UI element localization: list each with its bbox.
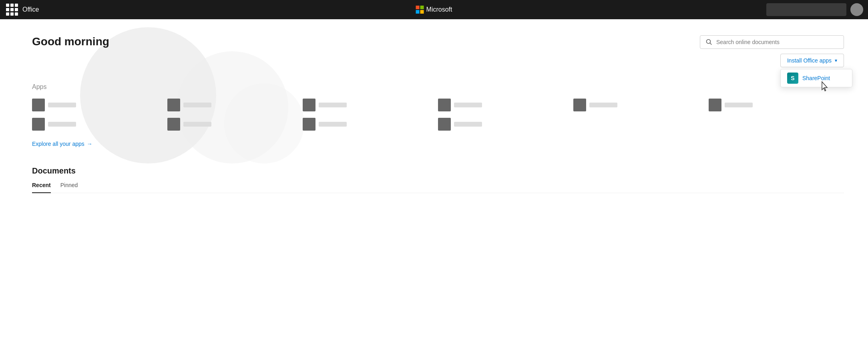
user-avatar[interactable] <box>850 3 863 16</box>
document-search-bar[interactable] <box>700 35 844 49</box>
explore-apps-label: Explore all your apps <box>32 141 84 147</box>
app-item[interactable] <box>32 99 167 111</box>
header-row: Good morning Install Office apps ▾ <box>32 35 844 67</box>
app-item[interactable] <box>438 118 573 131</box>
topbar: Office Microsoft <box>0 0 868 19</box>
topbar-right <box>766 3 863 16</box>
apps-section: Apps Explore all your apps → <box>32 83 844 166</box>
greeting-text: Good morning <box>32 35 109 48</box>
app-icon <box>573 99 586 111</box>
app-name-placeholder <box>319 103 347 107</box>
app-name-placeholder <box>183 103 211 107</box>
app-item[interactable] <box>438 99 573 111</box>
install-office-area: Install Office apps ▾ S SharePoint <box>780 54 844 67</box>
app-item[interactable] <box>32 118 167 131</box>
app-icon <box>709 99 721 111</box>
install-office-button[interactable]: Install Office apps ▾ <box>780 54 844 67</box>
app-name-placeholder <box>454 122 482 127</box>
content-wrapper: Good morning Install Office apps ▾ <box>32 35 844 193</box>
app-name-placeholder <box>183 122 211 127</box>
app-item[interactable] <box>167 99 303 111</box>
topbar-center: Microsoft <box>416 6 452 14</box>
waffle-button[interactable] <box>5 2 19 17</box>
explore-apps-link[interactable]: Explore all your apps → <box>32 141 92 147</box>
sharepoint-dropdown[interactable]: S SharePoint <box>780 69 852 87</box>
app-title: Office <box>22 6 39 13</box>
sharepoint-label: SharePoint <box>802 75 830 81</box>
svg-line-1 <box>710 43 712 45</box>
documents-title: Documents <box>32 166 844 176</box>
search-input[interactable] <box>716 39 838 45</box>
search-icon <box>706 39 712 45</box>
app-item[interactable] <box>573 99 709 111</box>
microsoft-logo-icon <box>416 6 424 14</box>
app-item[interactable] <box>709 99 844 111</box>
main-content: Good morning Install Office apps ▾ <box>0 19 868 351</box>
app-name-placeholder <box>725 103 753 107</box>
documents-section: Documents Recent Pinned <box>32 166 844 193</box>
app-icon <box>438 118 451 131</box>
app-name-placeholder <box>48 103 76 107</box>
app-icon <box>438 99 451 111</box>
app-name-placeholder <box>454 103 482 107</box>
app-icon <box>32 118 45 131</box>
brand-name: Microsoft <box>426 6 452 13</box>
app-item[interactable] <box>303 99 438 111</box>
waffle-icon <box>6 4 18 16</box>
apps-section-title: Apps <box>32 83 844 91</box>
apps-grid <box>32 99 844 131</box>
app-item[interactable] <box>303 118 438 131</box>
app-name-placeholder <box>319 122 347 127</box>
install-office-label: Install Office apps <box>787 57 832 64</box>
sharepoint-icon: S <box>787 73 798 84</box>
documents-tabs: Recent Pinned <box>32 182 844 193</box>
app-name-placeholder <box>589 103 617 107</box>
app-name-placeholder <box>48 122 76 127</box>
app-icon <box>167 118 180 131</box>
chevron-down-icon: ▾ <box>835 58 837 63</box>
app-icon <box>303 118 315 131</box>
arrow-right-icon: → <box>87 141 92 147</box>
app-icon <box>32 99 45 111</box>
app-item[interactable] <box>167 118 303 131</box>
tab-pinned[interactable]: Pinned <box>60 182 78 193</box>
topbar-search-input[interactable] <box>766 3 846 16</box>
app-icon <box>303 99 315 111</box>
tab-recent[interactable]: Recent <box>32 182 51 193</box>
app-icon <box>167 99 180 111</box>
